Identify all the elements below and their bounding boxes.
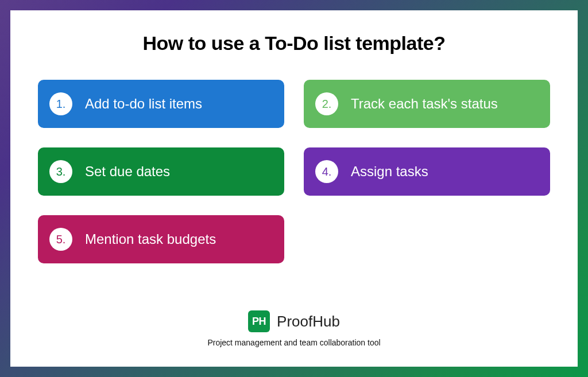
step-badge-2: 2. xyxy=(315,92,338,115)
step-number: 5. xyxy=(56,233,66,246)
step-label: Assign tasks xyxy=(351,164,428,180)
step-number: 1. xyxy=(56,98,66,111)
step-card-1: 1. Add to-do list items xyxy=(38,80,284,128)
step-label: Add to-do list items xyxy=(85,96,202,112)
brand-logo-icon: PH xyxy=(248,310,270,332)
steps-grid: 1. Add to-do list items 2. Track each ta… xyxy=(38,80,550,263)
content-card: How to use a To-Do list template? 1. Add… xyxy=(10,10,578,367)
step-label: Track each task's status xyxy=(351,96,498,112)
step-label: Set due dates xyxy=(85,164,170,180)
step-card-2: 2. Track each task's status xyxy=(304,80,550,128)
step-badge-5: 5. xyxy=(49,228,72,251)
step-number: 2. xyxy=(322,98,332,111)
step-badge-1: 1. xyxy=(49,92,72,115)
step-number: 4. xyxy=(322,165,332,178)
brand-row: PH ProofHub xyxy=(248,310,340,332)
step-card-5: 5. Mention task budgets xyxy=(38,215,284,263)
brand-name: ProofHub xyxy=(277,313,340,331)
step-card-4: 4. Assign tasks xyxy=(304,147,550,196)
page-title: How to use a To-Do list template? xyxy=(38,32,550,55)
step-badge-3: 3. xyxy=(49,160,72,183)
step-label: Mention task budgets xyxy=(85,231,216,247)
step-badge-4: 4. xyxy=(315,160,338,183)
footer: PH ProofHub Project management and team … xyxy=(38,310,550,351)
brand-tagline: Project management and team collaboratio… xyxy=(207,338,380,347)
step-number: 3. xyxy=(56,165,66,178)
brand-logo-text: PH xyxy=(252,316,266,328)
gradient-frame: How to use a To-Do list template? 1. Add… xyxy=(0,0,588,377)
step-card-3: 3. Set due dates xyxy=(38,147,284,196)
